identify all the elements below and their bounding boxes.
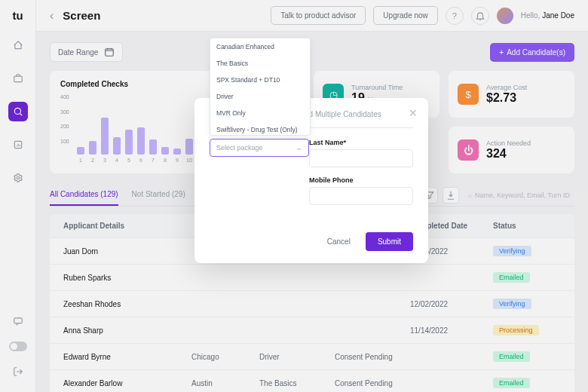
package-option[interactable]: The Basics (210, 55, 310, 72)
package-option[interactable]: Canadian Enhanced (210, 38, 310, 55)
tab-add-multiple[interactable]: Add Multiple Candidates (299, 110, 381, 127)
last-name-input[interactable] (309, 149, 413, 167)
package-option[interactable]: MVR Only (210, 105, 310, 121)
package-option[interactable]: SPX Standard + DT10 (210, 72, 310, 88)
package-dropdown-list: Canadian EnhancedThe BasicsSPX Standard … (210, 38, 311, 136)
package-option[interactable]: Swiftlivery - Drug Test (Only) (210, 121, 310, 136)
package-option[interactable]: Driver (210, 88, 310, 105)
submit-button[interactable]: Submit (366, 232, 413, 251)
last-name-label: Last Name* (309, 139, 413, 146)
close-icon[interactable]: ✕ (409, 107, 418, 119)
package-select[interactable]: Select package ⌄ (210, 139, 309, 157)
mobile-input[interactable] (309, 187, 413, 205)
add-candidate-modal: ✕ Add Single Candidate Add Multiple Cand… (194, 98, 428, 263)
chevron-down-icon: ⌄ (296, 144, 302, 152)
mobile-label: Mobile Phone (309, 176, 413, 184)
cancel-button[interactable]: Cancel (320, 232, 358, 251)
